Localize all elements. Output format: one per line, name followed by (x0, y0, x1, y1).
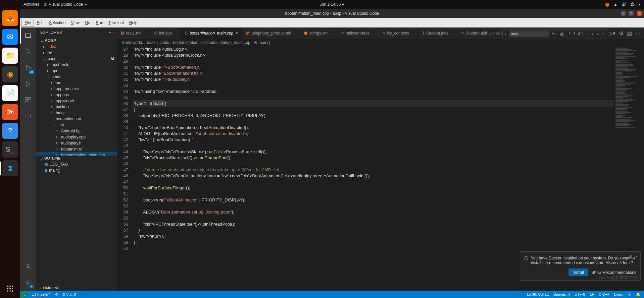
source-control-activity[interactable]: 95 (20, 60, 36, 76)
split-editor-icon[interactable]: ▥ (627, 30, 632, 37)
tab-test1-mk[interactable]: Mtest1.mk× (117, 27, 150, 39)
os-status[interactable]: Linux (614, 292, 623, 296)
find-input[interactable] (509, 31, 549, 37)
search-activity[interactable] (20, 44, 36, 60)
folder-cmds[interactable]: ⌄cmds (36, 74, 117, 80)
folder-bootanimation[interactable]: ⌄bootanimation (36, 116, 117, 122)
vscode-icon[interactable]: ⧗ (2, 160, 18, 176)
sync-status[interactable]: ⟲ (55, 292, 58, 297)
regex-icon[interactable]: .* (567, 32, 571, 36)
menu-run[interactable]: Run (93, 19, 106, 26)
folder-appops[interactable]: ›appops (36, 92, 117, 98)
find-next-icon[interactable]: ↓ (591, 32, 594, 36)
find-close-icon[interactable]: × (602, 32, 605, 36)
match-case-icon[interactable]: Aa (551, 32, 557, 36)
volume-icon[interactable]: 🔊 (622, 2, 627, 7)
show-recommendations-button[interactable]: Show Recommendations (592, 270, 636, 275)
language-status[interactable]: {} C++ (599, 292, 609, 296)
clock[interactable]: Jun 1 14:35 ● (229, 2, 435, 7)
whole-word-icon[interactable]: ab (559, 32, 565, 36)
outline-main-[interactable]: ⊕ main() (36, 167, 117, 173)
terminal-icon[interactable]: $_ (2, 141, 18, 158)
activities-button[interactable]: Activities (23, 2, 39, 7)
breadcrumbs[interactable]: frameworks›base›cmds›bootanimation›C boo… (117, 39, 644, 46)
remote-activity[interactable] (20, 108, 36, 124)
more-icon[interactable]: ⋯ (635, 30, 641, 37)
outline-header[interactable]: ⌄ OUTLINE (36, 156, 117, 161)
problems-status[interactable]: ⊘ 0 ⚠ 0 (62, 292, 76, 297)
help-icon[interactable]: ? (2, 123, 18, 139)
menu-go[interactable]: Go (82, 19, 93, 26)
file-android-bp[interactable]: ≡Android.bp (36, 128, 117, 134)
encoding-status[interactable]: UTF-8 (575, 292, 585, 296)
folder-backup[interactable]: ›backup (36, 104, 117, 110)
cursor-position[interactable]: Ln 36, Col 11 (527, 292, 549, 296)
app-menu[interactable]: ⧗ Visual Studio Code ▾ (44, 2, 87, 7)
menu-selection[interactable]: Selection (46, 19, 68, 26)
tab-telephony_product-mk[interactable]: Mtelephony_product.mk× (242, 27, 300, 39)
menu-help[interactable]: Help (127, 19, 140, 26)
remote-indicator[interactable]: ⇋ (20, 292, 27, 297)
split-icon[interactable]: ⚙ (619, 30, 624, 37)
folder-bmgr[interactable]: ›bmgr (36, 110, 117, 116)
crumb-cmds[interactable]: cmds (159, 40, 169, 45)
menu-file[interactable]: File (21, 19, 34, 27)
find-selection-icon[interactable]: ≡ (596, 32, 600, 36)
dropdown-icon[interactable]: ▾ (639, 2, 641, 7)
folder--idea[interactable]: ›.idea (36, 44, 117, 50)
explorer-activity[interactable] (20, 27, 36, 44)
stop-icon[interactable]: ⬤ (605, 2, 609, 7)
notification-close-icon[interactable]: × (635, 254, 638, 259)
find-expand-icon[interactable]: › (504, 32, 507, 36)
notification-gear-icon[interactable]: ⚙ (629, 254, 633, 259)
power-icon[interactable]: ⏻ (631, 2, 635, 7)
find-prev-icon[interactable]: ↑ (585, 32, 589, 36)
timeline-header[interactable]: › TIMELINE (36, 285, 117, 291)
tab-helloserver-te[interactable]: ≡helloserver.te× (337, 27, 378, 39)
crumb-base[interactable]: base (147, 40, 156, 45)
tab-strings-xml[interactable]: ⬢strings.xml× (300, 27, 337, 39)
file-audioplay-cpp[interactable]: Caudioplay.cpp (36, 134, 117, 140)
menu-view[interactable]: View (68, 19, 82, 26)
network-icon[interactable]: ▲ (613, 2, 617, 7)
settings-icon[interactable]: 1 (20, 275, 36, 291)
tab-bootanimation_main-cpp[interactable]: Cbootanimation_main.cpp× (181, 27, 242, 39)
crumb-bootanimation[interactable]: bootanimation (173, 40, 198, 45)
maximize-button[interactable]: □ (629, 11, 634, 16)
outline-log_tag[interactable]: ▥ LOG_TAG (36, 161, 117, 167)
folder-am[interactable]: ›am (36, 80, 117, 86)
folder-api[interactable]: ›api (36, 68, 117, 74)
folder-app_process[interactable]: ›app_process (36, 86, 117, 92)
tab-student-java[interactable]: JStudent.java× (418, 27, 457, 39)
writer-icon[interactable]: 📄 (2, 85, 18, 101)
file-audioplay-h[interactable]: Caudioplay.h (36, 140, 117, 146)
tab-init-cpp[interactable]: Cinit.cpp× (150, 27, 181, 39)
indent-status[interactable]: Spaces: 4 (553, 292, 570, 296)
folder-apct-tests[interactable]: ›apct-tests (36, 62, 117, 68)
root-folder-name[interactable]: ⌄ AOSP (40, 38, 56, 43)
thunderbird-icon[interactable]: ✉ (2, 29, 18, 45)
menu-edit[interactable]: Edit (34, 19, 46, 26)
tab-file_contexts[interactable]: ≡file_contexts× (378, 27, 418, 39)
run-icon[interactable]: ▷▾ (609, 30, 615, 37)
folder-av[interactable]: ›av (36, 50, 117, 56)
menu-terminal[interactable]: Terminal (106, 19, 126, 26)
debug-activity[interactable] (20, 76, 36, 92)
folder-iot[interactable]: ›iot (36, 122, 117, 128)
apps-button[interactable] (2, 281, 18, 297)
minimize-button[interactable]: − (621, 11, 626, 16)
files-icon[interactable]: 📁 (2, 48, 18, 64)
eol-status[interactable]: LF (590, 292, 594, 296)
explorer-more-icon[interactable]: ⋯ (109, 30, 113, 35)
branch-status[interactable]: ⎇ master* (32, 292, 50, 297)
file-bootanim-rc[interactable]: ≡bootanim.rc (36, 146, 117, 152)
folder-base[interactable]: ⌄baseM (36, 56, 117, 62)
crumb-main-[interactable]: ⊕ main() (254, 40, 270, 45)
folder-appwidget[interactable]: ›appwidget (36, 98, 117, 104)
crumb-bootanimation_main-cpp[interactable]: C bootanimation_main.cpp (202, 40, 250, 45)
crumb-frameworks[interactable]: frameworks (122, 40, 143, 45)
file-bootanimation_main-cpp[interactable]: Cbootanimation_main.cpp (36, 152, 117, 156)
software-icon[interactable]: 🛍 (2, 104, 18, 120)
close-button[interactable]: × (637, 11, 642, 16)
install-button[interactable]: Install (568, 269, 588, 276)
